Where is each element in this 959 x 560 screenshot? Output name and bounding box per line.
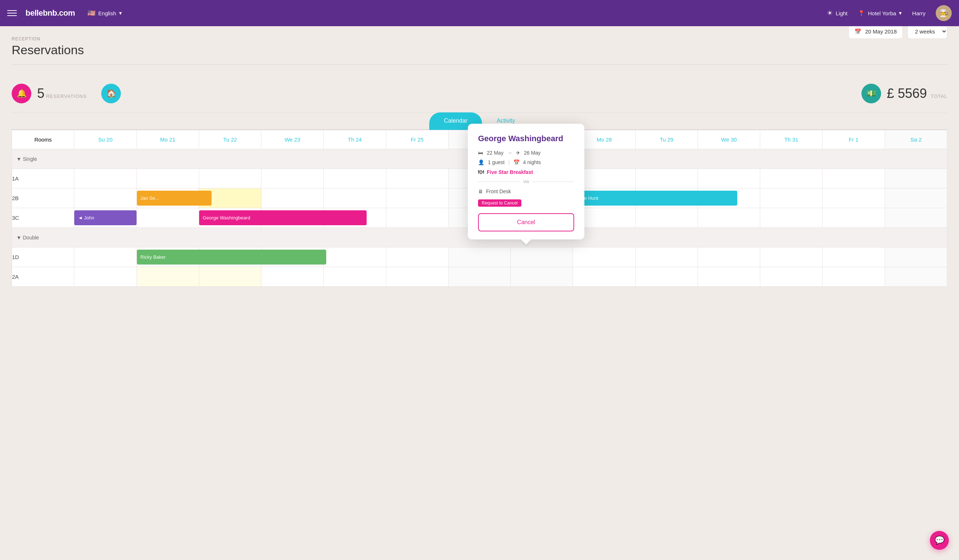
via-line-left — [478, 181, 520, 182]
popup-title: George Washingbeard — [478, 134, 574, 143]
bed-icon: 🛏 — [478, 150, 483, 156]
popup-cancel-tag-row: Request to Cancel — [478, 197, 574, 207]
popup-nights: 4 nights — [523, 159, 541, 165]
popup-checkin: 22 May — [487, 150, 503, 156]
cancel-button[interactable]: Cancel — [478, 213, 574, 231]
separator: | — [508, 159, 510, 165]
popup-caret — [521, 239, 531, 245]
plane-icon: ✈ — [516, 150, 520, 156]
popup-channel-row: 🖥 Front Desk — [478, 188, 574, 194]
popup-guests-row: 👤 1 guest | 📅 4 nights — [478, 159, 574, 165]
popup-checkout: 26 May — [524, 150, 541, 156]
popup-channel: Front Desk — [486, 188, 511, 194]
popup-package[interactable]: Five Star Breakfast — [487, 169, 533, 175]
reservation-popup: George Washingbeard 🛏 22 May → ✈ 26 May … — [468, 124, 585, 239]
guests-icon: 👤 — [478, 159, 484, 165]
popup-guests: 1 guest — [488, 159, 505, 165]
arrow-icon: → — [507, 150, 512, 156]
popup-overlay: George Washingbeard 🛏 22 May → ✈ 26 May … — [0, 0, 959, 560]
popup-dates-row: 🛏 22 May → ✈ 26 May — [478, 150, 574, 156]
chat-button[interactable]: 💬 — [930, 531, 949, 550]
channel-icon: 🖥 — [478, 188, 483, 194]
package-icon: 🍽 — [478, 169, 484, 175]
chat-icon: 💬 — [935, 536, 945, 545]
via-line-right — [532, 181, 574, 182]
nights-icon: 📅 — [513, 159, 519, 165]
request-cancel-tag[interactable]: Request to Cancel — [478, 199, 521, 207]
via-row: via — [478, 179, 574, 184]
via-label: via — [523, 179, 529, 184]
popup-package-row: 🍽 Five Star Breakfast — [478, 169, 574, 175]
